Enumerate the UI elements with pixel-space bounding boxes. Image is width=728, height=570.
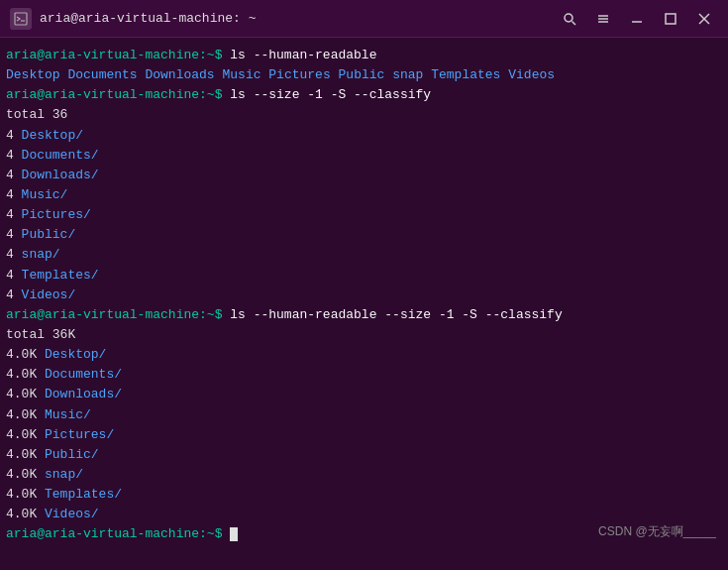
- terminal-body[interactable]: aria@aria-virtual-machine:~$ ls --human-…: [0, 38, 728, 570]
- terminal-line: aria@aria-virtual-machine:~$ ls --size -…: [6, 85, 722, 105]
- terminal-line: aria@aria-virtual-machine:~$ ls --human-…: [6, 46, 722, 65]
- size-dir-line: 4.0K Downloads/: [6, 385, 722, 404]
- search-button[interactable]: [556, 7, 583, 31]
- titlebar-controls: [556, 7, 718, 31]
- size-dir-line: 4.0K Videos/: [6, 505, 722, 524]
- close-button[interactable]: [690, 7, 718, 31]
- size-dir-line: 4 Documents/: [6, 146, 722, 166]
- titlebar-title: aria@aria-virtual-machine: ~: [40, 11, 256, 26]
- terminal-line: total 36K: [6, 325, 722, 345]
- size-dir-line: 4.0K Public/: [6, 445, 722, 465]
- size-dir-line: 4 Downloads/: [6, 166, 722, 185]
- terminal-line: aria@aria-virtual-machine:~$ ls --human-…: [6, 305, 722, 325]
- size-dir-line: 4 Public/: [6, 225, 722, 245]
- titlebar-left: aria@aria-virtual-machine: ~: [10, 8, 256, 30]
- terminal-line: total 36: [6, 105, 722, 125]
- size-dir-line: 4 Music/: [6, 185, 722, 205]
- dir-list-line: Desktop Documents Downloads Music Pictur…: [6, 65, 722, 85]
- titlebar: aria@aria-virtual-machine: ~: [0, 0, 728, 38]
- size-dir-line: 4.0K snap/: [6, 465, 722, 485]
- terminal-cursor: [230, 527, 238, 541]
- size-dir-line: 4 Pictures/: [6, 205, 722, 225]
- size-dir-line: 4 Videos/: [6, 285, 722, 305]
- size-dir-line: 4 Desktop/: [6, 126, 722, 146]
- size-dir-line: 4.0K Desktop/: [6, 345, 722, 365]
- watermark: CSDN @无妄啊_____: [598, 523, 716, 540]
- size-dir-line: 4.0K Documents/: [6, 365, 722, 385]
- svg-point-2: [565, 14, 572, 22]
- minimize-button[interactable]: [623, 7, 651, 31]
- size-dir-line: 4.0K Pictures/: [6, 425, 722, 445]
- size-dir-line: 4 snap/: [6, 245, 722, 265]
- menu-button[interactable]: [589, 7, 617, 31]
- svg-rect-8: [666, 14, 676, 24]
- size-dir-line: 4.0K Templates/: [6, 485, 722, 505]
- size-dir-line: 4 Templates/: [6, 266, 722, 285]
- maximize-button[interactable]: [657, 7, 684, 31]
- terminal-window: aria@aria-virtual-machine: ~: [0, 0, 728, 570]
- size-dir-line: 4.0K Music/: [6, 405, 722, 425]
- svg-line-3: [572, 21, 576, 25]
- terminal-icon: [10, 8, 32, 30]
